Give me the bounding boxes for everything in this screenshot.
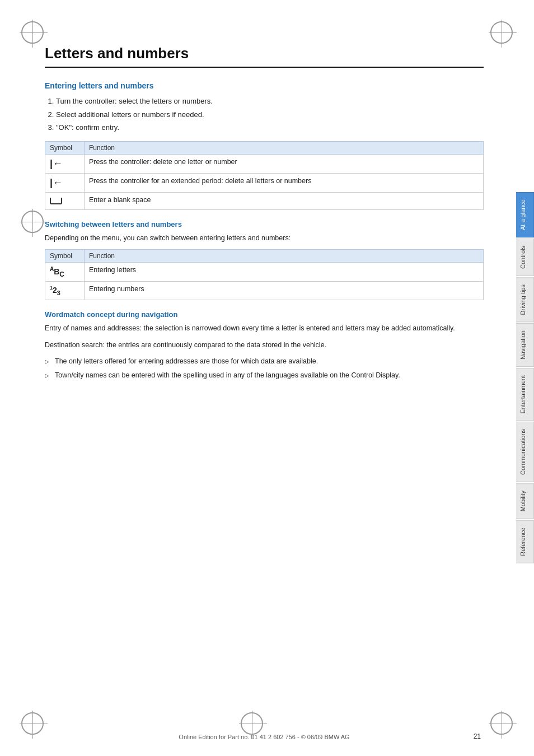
switching-body: Depending on the menu, you can switch be… bbox=[45, 233, 484, 244]
sub-heading-switching: Switching between letters and numbers bbox=[45, 220, 484, 228]
backspace-single-icon: |← bbox=[50, 158, 63, 169]
function-abc: Entering letters bbox=[85, 262, 484, 281]
num-icon: 123 bbox=[50, 286, 60, 295]
tab-mobility[interactable]: Mobility bbox=[516, 483, 534, 519]
step-1: Turn the controller: select the letters … bbox=[56, 96, 484, 107]
corner-decoration-bm bbox=[241, 712, 263, 735]
function-space: Enter a blank space bbox=[85, 192, 484, 209]
symbol-space bbox=[45, 192, 85, 209]
tab-at-a-glance[interactable]: At a glance bbox=[516, 192, 534, 237]
table-row: |← Press the controller: delete one lett… bbox=[45, 154, 484, 173]
abc-icon: ABC bbox=[50, 267, 64, 276]
corner-decoration-tl bbox=[21, 21, 44, 44]
section-wordmatch: Wordmatch concept during navigation Entr… bbox=[45, 310, 484, 381]
symbol-abc: ABC bbox=[45, 262, 85, 281]
function-backspace-single: Press the controller: delete one letter … bbox=[85, 154, 484, 173]
corner-decoration-bl bbox=[21, 712, 44, 735]
sub-heading-wordmatch: Wordmatch concept during navigation bbox=[45, 310, 484, 319]
page-title: Letters and numbers bbox=[45, 45, 484, 68]
table-row: Enter a blank space bbox=[45, 192, 484, 209]
symbol-123: 123 bbox=[45, 282, 85, 300]
section-switching: Switching between letters and numbers De… bbox=[45, 220, 484, 301]
tab-controls[interactable]: Controls bbox=[516, 239, 534, 276]
table2-col-symbol: Symbol bbox=[45, 249, 85, 262]
corner-decoration-ml bbox=[21, 211, 44, 233]
table1-col-function: Function bbox=[85, 141, 484, 154]
symbol-backspace-single: |← bbox=[45, 154, 85, 173]
bullet-2: Town/city names can be entered with the … bbox=[45, 370, 484, 381]
table2-col-function: Function bbox=[85, 249, 484, 262]
table-row: 123 Entering numbers bbox=[45, 282, 484, 300]
page-number: 21 bbox=[474, 732, 481, 740]
table-row: ABC Entering letters bbox=[45, 262, 484, 281]
step-3: "OK": confirm entry. bbox=[56, 122, 484, 133]
sidebar: At a glance Controls Driving tips Naviga… bbox=[507, 0, 534, 756]
symbol-table-1: Symbol Function |← Press the controller:… bbox=[45, 141, 484, 210]
steps-list: Turn the controller: select the letters … bbox=[45, 96, 484, 133]
symbol-table-2: Symbol Function ABC Entering letters bbox=[45, 249, 484, 300]
table1-col-symbol: Symbol bbox=[45, 141, 85, 154]
table-row: |← Press the controller for an extended … bbox=[45, 173, 484, 192]
footer-text: Online Edition for Part no. 01 41 2 602 … bbox=[45, 734, 484, 740]
section-heading-entering: Entering letters and numbers bbox=[45, 81, 484, 90]
tab-navigation[interactable]: Navigation bbox=[516, 323, 534, 367]
symbol-backspace-all: |← bbox=[45, 173, 85, 192]
wordmatch-bullets: The only letters offered for entering ad… bbox=[45, 356, 484, 381]
tab-entertainment[interactable]: Entertainment bbox=[516, 368, 534, 421]
step-2: Select additional letters or numbers if … bbox=[56, 109, 484, 120]
wordmatch-body2: Destination search: the entries are cont… bbox=[45, 340, 484, 351]
function-backspace-all: Press the controller for an extended per… bbox=[85, 173, 484, 192]
space-icon bbox=[50, 198, 62, 204]
wordmatch-body1: Entry of names and addresses: the select… bbox=[45, 323, 484, 334]
tab-driving-tips[interactable]: Driving tips bbox=[516, 277, 534, 322]
tab-reference[interactable]: Reference bbox=[516, 520, 534, 563]
backspace-all-icon: |← bbox=[50, 177, 63, 188]
tab-communications[interactable]: Communications bbox=[516, 422, 534, 482]
bullet-1: The only letters offered for entering ad… bbox=[45, 356, 484, 367]
main-content: Letters and numbers Entering letters and… bbox=[45, 45, 484, 711]
section-entering: Entering letters and numbers Turn the co… bbox=[45, 81, 484, 210]
function-123: Entering numbers bbox=[85, 282, 484, 300]
